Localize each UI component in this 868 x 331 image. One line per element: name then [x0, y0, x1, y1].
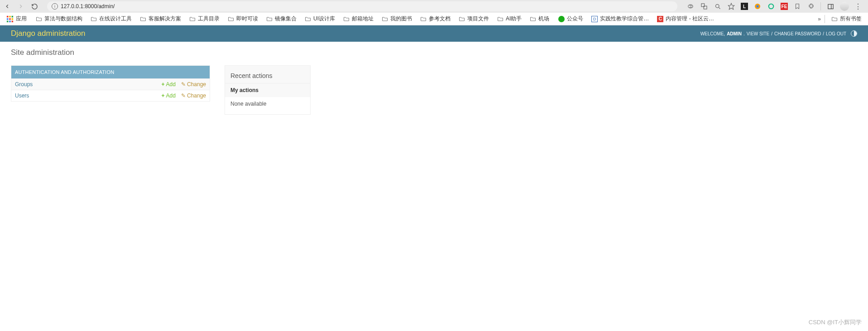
svg-point-10	[769, 4, 774, 9]
logout-link[interactable]: LOG OUT	[826, 31, 846, 36]
svg-rect-14	[9, 15, 11, 17]
change-link[interactable]: ✎Change	[181, 81, 206, 88]
bookmark-item[interactable]: 公众号	[556, 14, 586, 24]
svg-rect-20	[9, 20, 11, 22]
bookmark-folder[interactable]: AI助手	[494, 14, 524, 24]
model-row: Users+Add✎Change	[11, 90, 210, 101]
view-site-link[interactable]: VIEW SITE	[747, 31, 770, 36]
user-tools: WELCOME, ADMIN. VIEW SITE / CHANGE PASSW…	[700, 30, 857, 37]
url-text: 127.0.0.1:8000/admin/	[61, 3, 673, 10]
folder-icon	[228, 16, 234, 21]
folder-icon	[530, 16, 536, 21]
pencil-icon: ✎	[181, 92, 186, 99]
bookmark-folder[interactable]: 我的图书	[379, 14, 415, 24]
bookmark-folder[interactable]: 工具目录	[187, 14, 222, 24]
my-actions-heading: My actions	[225, 83, 310, 97]
bookmark-folder[interactable]: 镜像集合	[264, 14, 299, 24]
side-panel-icon[interactable]	[826, 2, 834, 10]
bookmark-folder[interactable]: 机场	[527, 14, 552, 24]
model-link[interactable]: Groups	[15, 81, 156, 88]
bookmark-folder[interactable]: 参考文档	[417, 14, 453, 24]
reload-button[interactable]	[31, 3, 38, 10]
bookmark-folder[interactable]: 项目文件	[456, 14, 492, 24]
change-password-link[interactable]: CHANGE PASSWORD	[774, 31, 821, 36]
bookmark-folder[interactable]: 在线设计工具	[88, 14, 134, 24]
profile-avatar[interactable]	[840, 2, 849, 11]
add-link[interactable]: +Add	[162, 92, 176, 99]
actions-sidebar: Recent actions My actions None available	[225, 65, 311, 115]
bookmark-favicon	[558, 16, 565, 22]
translate-icon[interactable]	[700, 2, 708, 10]
bookmark-folder[interactable]: 客服解决方案	[137, 14, 184, 24]
folder-icon	[420, 16, 427, 21]
theme-toggle-icon[interactable]	[851, 30, 857, 37]
all-bookmarks-label: 所有书签	[840, 15, 862, 23]
bookmark-folder[interactable]: 即时可读	[225, 14, 261, 24]
bookmark-overflow-icon[interactable]: »	[818, 16, 821, 22]
django-header: Django administration WELCOME, ADMIN. VI…	[0, 25, 868, 42]
folder-icon	[459, 16, 465, 21]
svg-rect-19	[7, 20, 9, 22]
svg-rect-13	[7, 15, 9, 17]
browser-actions: L FE ⋮	[686, 2, 864, 11]
module-caption[interactable]: AUTHENTICATION AND AUTHORIZATION	[11, 66, 210, 78]
all-bookmarks[interactable]: 所有书签	[829, 14, 864, 24]
none-available-text: None available	[225, 97, 310, 114]
divider	[825, 15, 825, 23]
bookmark-folder[interactable]: 邮箱地址	[340, 14, 376, 24]
browser-menu-icon[interactable]: ⋮	[854, 2, 862, 11]
bookmark-folder[interactable]: 算法与数据结构	[33, 14, 85, 24]
folder-icon	[382, 16, 388, 21]
svg-rect-21	[12, 20, 14, 22]
ext-icon-4[interactable]: FE	[781, 3, 788, 10]
svg-rect-17	[9, 18, 11, 20]
bookmark-item[interactable]: D实践性教学综合管…	[589, 14, 652, 24]
site-branding[interactable]: Django administration	[11, 29, 85, 38]
apps-label: 应用	[16, 15, 27, 23]
bookmark-bar: 应用 算法与数据结构在线设计工具客服解决方案工具目录即时可读镜像集合UI设计库邮…	[0, 13, 868, 25]
svg-rect-2	[690, 6, 692, 6]
ext-icon-3[interactable]	[767, 2, 775, 10]
back-button[interactable]	[4, 3, 11, 10]
main-content: AUTHENTICATION AND AUTHORIZATION Groups+…	[0, 57, 868, 123]
folder-icon	[305, 16, 311, 21]
svg-line-6	[719, 7, 720, 9]
bookmark-folder[interactable]: UI设计库	[302, 14, 338, 24]
address-bar[interactable]: i 127.0.0.1:8000/admin/	[47, 1, 677, 11]
folder-icon	[189, 16, 196, 21]
browser-toolbar: i 127.0.0.1:8000/admin/ L FE ⋮	[0, 0, 868, 13]
forward-button[interactable]	[17, 3, 24, 10]
plus-icon: +	[162, 81, 165, 88]
pencil-icon: ✎	[181, 81, 186, 88]
site-info-icon[interactable]: i	[52, 3, 58, 10]
apps-button[interactable]: 应用	[4, 14, 29, 24]
apps-grid-icon	[6, 15, 14, 23]
bookmark-favicon: C	[657, 16, 663, 22]
model-link[interactable]: Users	[15, 92, 156, 99]
svg-point-1	[689, 5, 690, 7]
folder-icon	[36, 16, 42, 21]
folder-icon	[140, 16, 146, 21]
svg-marker-7	[728, 3, 734, 9]
ext-icon-2[interactable]	[753, 2, 762, 10]
svg-rect-16	[7, 18, 9, 20]
folder-icon	[91, 16, 97, 21]
star-icon[interactable]	[727, 2, 735, 10]
svg-rect-15	[12, 15, 14, 17]
zoom-icon[interactable]	[714, 2, 722, 10]
svg-rect-18	[12, 18, 14, 20]
extensions-icon[interactable]	[807, 2, 815, 10]
bookmark-outline-icon[interactable]	[793, 2, 801, 10]
model-row: Groups+Add✎Change	[11, 78, 210, 90]
key-icon[interactable]	[686, 2, 695, 10]
bookmark-item[interactable]: C内容管理 - 社区云…	[654, 14, 717, 24]
svg-rect-11	[828, 4, 833, 9]
ext-icon-1[interactable]: L	[741, 3, 748, 10]
username: ADMIN	[727, 31, 742, 36]
add-link[interactable]: +Add	[162, 81, 176, 88]
folder-icon	[831, 16, 838, 21]
auth-module: AUTHENTICATION AND AUTHORIZATION Groups+…	[11, 65, 210, 102]
divider	[820, 2, 821, 10]
folder-icon	[497, 16, 504, 21]
change-link[interactable]: ✎Change	[181, 92, 206, 99]
